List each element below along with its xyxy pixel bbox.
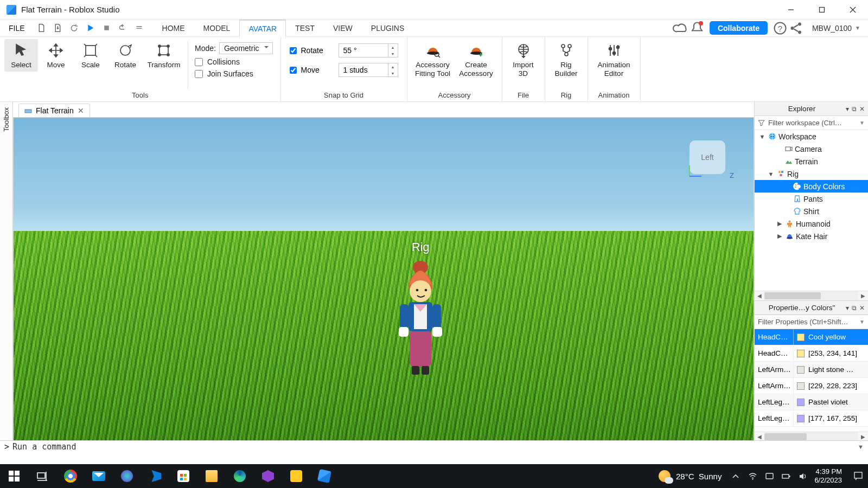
- close-tab-icon[interactable]: ✕: [78, 106, 84, 115]
- user-label[interactable]: MBW_0100▼: [805, 20, 868, 36]
- tree-workspace[interactable]: ▼Workspace: [755, 130, 868, 143]
- popout-icon[interactable]: ⧉: [852, 105, 857, 113]
- scale-tool-button[interactable]: Scale: [74, 39, 107, 72]
- volume-icon[interactable]: [799, 472, 808, 481]
- wifi-icon[interactable]: [748, 472, 757, 481]
- visualstudio-app[interactable]: [254, 464, 282, 488]
- command-input[interactable]: Run a command: [12, 442, 858, 452]
- snap-rotate-checkbox[interactable]: Rotate: [290, 46, 333, 55]
- stickynotes-app[interactable]: [282, 464, 310, 488]
- msstore-app[interactable]: [169, 464, 197, 488]
- transform-tool-button[interactable]: Transform: [143, 39, 184, 72]
- properties-filter[interactable]: Filter Properties (Ctrl+Shift…▼: [755, 315, 868, 329]
- create-accessory-button[interactable]: Create Accessory: [455, 39, 497, 80]
- action-center-button[interactable]: [848, 471, 868, 481]
- battery-icon[interactable]: [782, 472, 791, 481]
- stop-icon[interactable]: [99, 20, 115, 36]
- collaborate-button[interactable]: Collaborate: [710, 21, 768, 35]
- chevron-down-icon[interactable]: ▾: [846, 304, 849, 312]
- mail-app[interactable]: [85, 464, 113, 488]
- tab-view[interactable]: VIEW: [324, 20, 362, 36]
- file-menu[interactable]: FILE: [0, 20, 34, 36]
- snap-move-checkbox[interactable]: Move: [290, 66, 333, 74]
- open-file-icon[interactable]: [50, 20, 66, 36]
- tree-shirt[interactable]: Shirt: [755, 205, 868, 217]
- collisions-checkbox[interactable]: Collisions: [195, 57, 273, 66]
- cloud-icon[interactable]: [673, 20, 689, 36]
- property-row[interactable]: LeftArm…Light stone …: [755, 362, 868, 378]
- property-row[interactable]: HeadC…[253, 234, 141]: [755, 345, 868, 362]
- maximize-button[interactable]: [806, 0, 837, 20]
- property-row[interactable]: LeftLeg…Pastel violet: [755, 394, 868, 410]
- properties-list[interactable]: HeadC…Cool yellowHeadC…[253, 234, 141]Le…: [755, 329, 868, 432]
- svg-rect-42: [781, 171, 783, 173]
- explorer-tree[interactable]: ▼Workspace Camera Terrain ▼Rig Body Colo…: [755, 130, 868, 291]
- share-icon[interactable]: [788, 20, 805, 36]
- start-button[interactable]: [0, 464, 28, 488]
- doc-tab-flat-terrain[interactable]: Flat Terrain ✕: [18, 104, 90, 117]
- chevron-down-icon[interactable]: ▾: [846, 105, 849, 113]
- mode-combo[interactable]: Geometric: [219, 42, 273, 54]
- tab-model[interactable]: MODEL: [194, 20, 240, 36]
- close-button[interactable]: [837, 0, 868, 20]
- rig-builder-button[interactable]: Rig Builder: [550, 39, 583, 80]
- popout-icon[interactable]: ⧉: [852, 304, 857, 312]
- close-icon[interactable]: ✕: [859, 304, 865, 312]
- tab-avatar[interactable]: AVATAR: [239, 20, 286, 37]
- system-tray[interactable]: [731, 472, 808, 481]
- tab-test[interactable]: TEST: [286, 20, 324, 36]
- property-row[interactable]: LeftLeg…[177, 167, 255]: [755, 410, 868, 427]
- tree-camera[interactable]: Camera: [755, 143, 868, 155]
- taskbar-clock[interactable]: 4:39 PM6/2/2023: [814, 467, 842, 485]
- snap-move-spinner[interactable]: 1 studs▲▼: [339, 63, 398, 77]
- tray-chevron-icon[interactable]: [731, 472, 741, 481]
- edge-app[interactable]: [226, 464, 254, 488]
- tree-humanoid[interactable]: ▶Humanoid: [755, 217, 868, 230]
- tab-plugins[interactable]: PLUGINS: [362, 20, 413, 36]
- select-tool-button[interactable]: Select: [4, 39, 38, 72]
- tab-home[interactable]: HOME: [153, 20, 194, 36]
- weather-widget[interactable]: 28°C Sunny: [659, 470, 722, 482]
- help-icon[interactable]: ?: [772, 20, 788, 36]
- chrome-app[interactable]: [56, 464, 85, 488]
- viewport-3d[interactable]: Left Z Rig: [13, 118, 754, 441]
- file-group-label: File: [507, 91, 540, 100]
- task-view-button[interactable]: [28, 464, 56, 488]
- import-3d-button[interactable]: Import 3D: [507, 39, 540, 80]
- tree-terrain[interactable]: Terrain: [755, 155, 868, 168]
- animation-editor-button[interactable]: Animation Editor: [592, 39, 636, 80]
- explorer-header[interactable]: Explorer ▾⧉✕: [755, 102, 868, 116]
- command-bar[interactable]: > Run a command ▼: [0, 440, 868, 452]
- play-icon[interactable]: [82, 20, 99, 36]
- tree-pants[interactable]: Pants: [755, 192, 868, 205]
- snap-rotate-spinner[interactable]: 55 °▲▼: [339, 43, 398, 57]
- new-file-icon[interactable]: [34, 20, 50, 36]
- explorer-filter[interactable]: Filter workspace (Ctrl…▼: [755, 116, 868, 130]
- history-dropdown-icon[interactable]: [131, 20, 148, 36]
- command-dropdown-icon[interactable]: ▼: [858, 444, 864, 450]
- close-icon[interactable]: ✕: [859, 105, 865, 113]
- undo-small-icon[interactable]: [115, 20, 131, 36]
- explorer-hscroll[interactable]: ◀▶: [755, 291, 868, 300]
- tree-rig[interactable]: ▼Rig: [755, 168, 868, 180]
- explorer-app[interactable]: [197, 464, 226, 488]
- minimize-button[interactable]: [775, 0, 806, 20]
- roblox-studio-app[interactable]: [310, 464, 339, 488]
- undo-icon[interactable]: [66, 20, 82, 36]
- view-cube[interactable]: Left Z: [683, 134, 732, 183]
- join-surfaces-checkbox[interactable]: Join Surfaces: [195, 69, 273, 78]
- rotate-tool-button[interactable]: Rotate: [108, 39, 142, 72]
- move-tool-button[interactable]: Move: [39, 39, 73, 72]
- rig-avatar[interactable]: Rig: [388, 240, 453, 384]
- tree-kate-hair[interactable]: ▶Kate Hair: [755, 230, 868, 242]
- cast-icon[interactable]: [765, 472, 774, 481]
- vscode-app[interactable]: [141, 464, 169, 488]
- tree-body-colors[interactable]: Body Colors: [755, 180, 868, 192]
- accessory-fitting-button[interactable]: Accessory Fitting Tool: [412, 39, 454, 80]
- properties-header[interactable]: Propertie…y Colors" ▾⧉✕: [755, 301, 868, 315]
- notifications-icon[interactable]: [689, 20, 705, 36]
- canva-app[interactable]: [113, 464, 141, 488]
- property-row[interactable]: HeadC…Cool yellow: [755, 329, 868, 345]
- toolbox-side-tab[interactable]: Toolbox: [0, 102, 13, 441]
- property-row[interactable]: LeftArm…[229, 228, 223]: [755, 378, 868, 394]
